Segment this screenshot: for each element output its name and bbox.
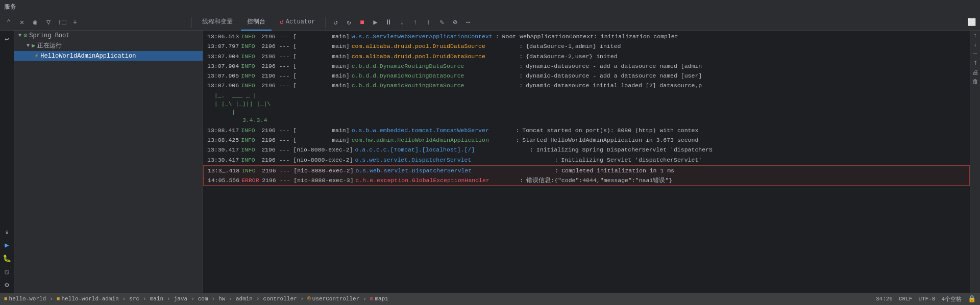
log-line: 13:07.797 INFO 2196 --- [ main] com.alib… (203, 41, 970, 51)
breadcrumb-item-map1[interactable]: m map1 (370, 296, 388, 302)
btn-up[interactable]: ↑ (409, 17, 421, 28)
right-btn-down[interactable]: ↓ (971, 41, 979, 49)
log-line-highlighted-2: 14:05.556 ERROR 2196 --- [nio-8080-exec-… (204, 175, 969, 185)
toolbar-left: ⌃ ✕ ◉ ▽ ↑□ + (3, 17, 192, 28)
breadcrumb-item-java[interactable]: java (174, 296, 187, 302)
btn-cancel[interactable]: ⊘ (449, 17, 460, 28)
sidebar: ▼ ⚙ Spring Boot ▼ ▶ 正在运行 ⚡ HelloWorldAdm… (14, 31, 203, 293)
log-line: 13:30.417 INFO 2196 --- [nio-8080-exec-2… (203, 155, 970, 165)
highlighted-group: 13:3_.418 INFO 2196 --- [nio-8080-exec-2… (203, 165, 970, 186)
log-line: 13:08.417 INFO 2196 --- [ main] o.s.b.w.… (203, 125, 970, 135)
btn-down[interactable]: ↓ (396, 17, 407, 28)
status-position[interactable]: 34:26 (876, 296, 893, 302)
service-title: 服务 (4, 3, 16, 11)
right-panel: ↑ ↓ — ⤒ 🖨 🗑 (970, 31, 980, 293)
toolbar-btn-export[interactable]: ↑□ (56, 17, 67, 28)
left-icon-run[interactable]: ▶ (1, 239, 13, 251)
breadcrumb-item-com[interactable]: com (198, 296, 208, 302)
breadcrumb-item-src[interactable]: src (129, 296, 139, 302)
right-btn-delete[interactable]: 🗑 (971, 78, 979, 86)
breadcrumb-item-folder[interactable]: ■ hello-world (4, 296, 46, 302)
spring-banner: |_. ___ _ | | |_\ |_)|| |_|\ | 3.4.3.4 (203, 91, 970, 125)
toolbar: ⌃ ✕ ◉ ▽ ↑□ + 线程和变量 控制台 ↺ Actuator ↺ ↻ ■ … (0, 14, 980, 31)
left-icon-bookmark[interactable]: ↡ (1, 225, 13, 238)
breadcrumb: ■ hello-world › ■ hello-world-admin › sr… (4, 296, 876, 302)
console[interactable]: 13:06.513 INFO 2196 --- [ main] w.s.c.Se… (203, 31, 970, 293)
chevron-down-icon2: ▼ (27, 43, 30, 48)
breadcrumb-item-folder2[interactable]: ■ hello-world-admin (57, 296, 119, 302)
right-btn-separator: — (971, 50, 979, 58)
btn-resume[interactable]: ▶ (370, 17, 381, 28)
breadcrumb-item-admin[interactable]: admin (236, 296, 253, 302)
left-icon-settings[interactable]: ⚙ (1, 278, 13, 291)
status-bar: ■ hello-world › ■ hello-world-admin › sr… (0, 293, 980, 305)
toolbar-btn-filter[interactable]: ▽ (43, 17, 54, 28)
left-icons: ↩ ↡ ▶ 🐛 ◷ ⚙ (0, 31, 14, 293)
log-line: 13:06.513 INFO 2196 --- [ main] w.s.c.Se… (203, 32, 970, 41)
breadcrumb-item-main[interactable]: main (150, 296, 163, 302)
tab-actuator[interactable]: ↺ Actuator (274, 14, 321, 31)
tab-thread[interactable]: 线程和变量 (196, 14, 239, 31)
btn-maximize[interactable]: ⬜ (966, 17, 977, 28)
btn-stop[interactable]: ■ (356, 17, 368, 28)
log-line: 13:07.904 INFO 2196 --- [ main] c.b.d.d.… (203, 61, 970, 71)
right-btn-scroll-top[interactable]: ⤒ (971, 59, 979, 67)
btn-pause[interactable]: ⏸ (383, 17, 394, 28)
btn-more[interactable]: ⋯ (462, 17, 474, 28)
breadcrumb-item-hw[interactable]: hw (218, 296, 225, 302)
log-line: 13:07.905 INFO 2196 --- [ main] c.b.d.d.… (203, 71, 970, 81)
toolbar-btn-collapse[interactable]: ⌃ (3, 17, 14, 28)
sidebar-item-app[interactable]: ⚡ HelloWorldAdminApplication (14, 51, 203, 61)
log-line: 13:07.904 INFO 2196 --- [ main] com.alib… (203, 52, 970, 61)
running-icon: ▶ (32, 42, 35, 49)
sidebar-springboot-label: Spring Boot (29, 32, 69, 39)
sidebar-app-label: HelloWorldAdminApplication (40, 53, 136, 60)
right-btn-up[interactable]: ↑ (971, 32, 979, 40)
chevron-down-icon: ▼ (18, 33, 21, 38)
folder-icon: ■ (4, 296, 8, 302)
folder-icon2: ■ (57, 296, 60, 302)
status-indent[interactable]: 4个空格 (941, 295, 962, 303)
class-icon: © (307, 296, 311, 302)
app-icon: ⚡ (35, 52, 38, 60)
sidebar-item-springboot[interactable]: ▼ ⚙ Spring Boot (14, 31, 203, 40)
log-line-highlighted-1: 13:3_.418 INFO 2196 --- [nio-8080-exec-2… (204, 166, 969, 175)
main-area: ↩ ↡ ▶ 🐛 ◷ ⚙ ▼ ⚙ Spring Boot ▼ ▶ 正在运行 ⚡ H… (0, 31, 980, 293)
right-btn-print[interactable]: 🖨 (971, 68, 979, 77)
separator (325, 17, 326, 28)
btn-up2[interactable]: ↑ (423, 17, 434, 28)
springboot-icon: ⚙ (23, 32, 27, 39)
breadcrumb-item-usercontroller[interactable]: © UserController (307, 296, 359, 302)
sidebar-running-label: 正在运行 (37, 41, 62, 50)
toolbar-right: 线程和变量 控制台 ↺ Actuator ↺ ↻ ■ ▶ ⏸ ↓ ↑ ↑ ✎ ⊘… (193, 14, 965, 31)
btn-restart[interactable]: ↺ (330, 17, 341, 28)
log-line: 13:30.417 INFO 2196 --- [nio-8080-exec-2… (203, 145, 970, 155)
btn-edit[interactable]: ✎ (436, 17, 447, 28)
method-icon: m (370, 296, 374, 302)
breadcrumb-item-controller[interactable]: controller (263, 296, 297, 302)
toolbar-btn-eye[interactable]: ◉ (30, 17, 41, 28)
toolbar-btn-close[interactable]: ✕ (16, 17, 28, 28)
toolbar-btn-add[interactable]: + (69, 17, 81, 28)
status-right: 34:26 CRLF UTF-8 4个空格 🔒 (876, 295, 976, 303)
tab-console[interactable]: 控制台 (241, 14, 272, 31)
left-icon-debug[interactable]: 🐛 (1, 252, 13, 264)
log-line: 13:07.906 INFO 2196 --- [ main] c.b.d.d.… (203, 81, 970, 90)
status-git-icon: 🔒 (968, 295, 976, 303)
sidebar-item-running[interactable]: ▼ ▶ 正在运行 (14, 40, 203, 51)
left-icon-time[interactable]: ◷ (1, 265, 13, 277)
log-line: 13:08.425 INFO 2196 --- [ main] com.hw.a… (203, 135, 970, 145)
btn-update[interactable]: ↻ (343, 17, 354, 28)
left-icon-back[interactable]: ↩ (1, 33, 13, 45)
service-bar: 服务 (0, 0, 980, 14)
status-line-ending[interactable]: CRLF (899, 296, 912, 302)
status-encoding[interactable]: UTF-8 (918, 296, 935, 302)
